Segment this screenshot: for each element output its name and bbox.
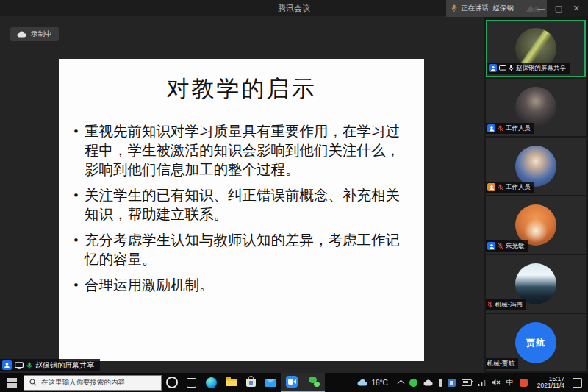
network-signal-icon[interactable]	[478, 379, 486, 386]
mail-icon	[265, 379, 276, 387]
system-tray: 中	[394, 377, 532, 388]
search-placeholder: 在这里输入你要搜索的内容	[41, 378, 125, 388]
avatar: 贾航	[515, 322, 556, 363]
slide-bullet: 重视先前知识对学习质量具有重要作用，在学习过程中，学生被激活的知识会影响到他们关…	[74, 122, 412, 179]
participant-tile[interactable]: 朱光敏	[486, 196, 586, 254]
battery-icon[interactable]	[462, 379, 472, 386]
participant-tile[interactable]: 机械-冯伟	[486, 255, 586, 313]
tray-expand-chevron-icon[interactable]	[397, 380, 404, 388]
avatar	[515, 87, 556, 128]
avatar	[515, 204, 556, 246]
red-app-tray-icon[interactable]	[520, 379, 528, 387]
start-button[interactable]	[0, 373, 24, 392]
participant-name: 机械-贾航	[487, 360, 514, 368]
participant-label: 机械-冯伟	[486, 299, 526, 310]
participant-label: 工作人员	[486, 123, 534, 134]
member-icon	[487, 242, 495, 250]
tencent-meeting-icon	[286, 376, 298, 388]
mic-icon	[509, 65, 514, 71]
wechat-icon	[309, 377, 320, 388]
participant-label: 机械-贾航	[486, 358, 518, 369]
participant-tile[interactable]: 工作人员	[486, 79, 586, 136]
volume-muted-icon[interactable]	[492, 379, 501, 386]
mic-muted-icon	[498, 184, 503, 190]
mic-muted-icon	[487, 302, 493, 308]
participant-name: 工作人员	[506, 124, 531, 133]
clock-date: 2021/11/4	[537, 382, 564, 390]
participant-name: 工作人员	[506, 183, 531, 192]
participant-tile[interactable]: 贾航 机械-贾航	[486, 314, 586, 371]
weather-widget[interactable]: 16°C	[351, 379, 393, 387]
onedrive-cloud-icon[interactable]	[423, 379, 433, 386]
screen-share-overlay-label: 赵保钢的屏幕共享	[0, 359, 100, 371]
member-icon	[489, 64, 497, 72]
shared-slide: 对教学的启示 重视先前知识对学习质量具有重要作用，在学习过程中，学生被激活的知识…	[59, 59, 424, 361]
taskbar-clock[interactable]: 15:17 2021/11/4	[532, 376, 570, 390]
file-explorer-button[interactable]	[221, 373, 241, 392]
wechat-tray-icon[interactable]	[409, 379, 417, 387]
tencent-meeting-taskbar-button[interactable]	[281, 373, 303, 392]
participant-label: 朱光敏	[486, 240, 528, 252]
weather-cloud-icon	[357, 379, 368, 386]
cortana-button[interactable]	[162, 373, 182, 392]
usb-device-icon[interactable]	[439, 379, 442, 387]
tencent-meeting-window: 腾讯会议 正在讲话: 赵保钢... — ▢ ✕ 录制中 对教学的启示 重视先前知…	[0, 0, 588, 392]
maximize-button[interactable]: ▢	[550, 4, 567, 13]
taskbar-search-input[interactable]: 在这里输入你要搜索的内容	[24, 375, 162, 391]
screen-share-icon	[15, 362, 24, 369]
mic-active-icon	[26, 362, 32, 369]
participant-tile-screen-share[interactable]: 赵保钢的屏幕共享	[486, 20, 586, 77]
participant-label: 工作人员	[486, 182, 534, 193]
wechat-taskbar-button[interactable]	[303, 373, 325, 392]
windows-taskbar: 在这里输入你要搜索的内容 16°C 中 15:17 2021/	[0, 373, 588, 392]
folder-icon	[226, 379, 237, 386]
mail-button[interactable]	[261, 373, 281, 392]
mic-muted-icon	[498, 125, 503, 132]
participant-label: 赵保钢的屏幕共享	[487, 63, 570, 74]
share-label: 赵保钢的屏幕共享	[35, 360, 94, 371]
microsoft-store-button[interactable]	[241, 373, 261, 392]
task-view-button[interactable]	[182, 373, 201, 392]
slide-bullet: 关注学生的已有知识、纠正错误前概念、补充相关知识，帮助建立联系。	[74, 186, 412, 224]
avatar	[515, 146, 556, 187]
member-icon	[487, 124, 495, 132]
participant-tile[interactable]: 工作人员	[486, 138, 586, 195]
microphone-icon	[451, 4, 457, 13]
ime-language-indicator[interactable]: 中	[506, 377, 514, 388]
participant-name: 朱光敏	[506, 242, 525, 251]
member-icon	[2, 360, 12, 370]
minimize-button[interactable]: —	[532, 4, 550, 13]
screen-share-icon	[499, 65, 506, 71]
participant-name: 赵保钢的屏幕共享	[516, 64, 566, 73]
recording-badge[interactable]: 录制中	[10, 27, 59, 41]
cloud-record-icon	[17, 31, 26, 38]
slide-bullet-list: 重视先前知识对学习质量具有重要作用，在学习过程中，学生被激活的知识会影响到他们关…	[74, 122, 412, 295]
mic-muted-icon	[498, 243, 503, 249]
search-icon	[29, 379, 37, 386]
task-view-icon	[187, 378, 196, 388]
action-center-icon[interactable]	[573, 378, 582, 388]
participant-sidebar: 赵保钢的屏幕共享 工作人员 工作人员 朱光敏	[484, 16, 588, 373]
window-controls: — ▢ ✕	[532, 0, 585, 16]
recording-label: 录制中	[31, 29, 52, 39]
slide-bullet: 合理运用激励机制。	[74, 276, 412, 295]
speaking-text: 正在讲话: 赵保钢...	[461, 4, 520, 13]
close-button[interactable]: ✕	[567, 4, 585, 13]
slide-bullet: 充分考虑学生认知与教师认知的差异，考虑工作记忆的容量。	[74, 231, 412, 269]
edge-browser-button[interactable]	[201, 373, 221, 392]
store-bag-icon	[246, 379, 256, 387]
participant-name: 机械-冯伟	[495, 301, 523, 310]
avatar	[515, 263, 556, 304]
cortana-icon	[166, 377, 178, 388]
avatar-initials: 贾航	[526, 337, 545, 349]
edge-icon	[206, 377, 217, 388]
slide-title: 对教学的启示	[59, 74, 424, 104]
remote-app-tray-icon[interactable]	[448, 379, 456, 387]
weather-temp: 16°C	[371, 379, 387, 387]
member-icon	[487, 183, 495, 191]
